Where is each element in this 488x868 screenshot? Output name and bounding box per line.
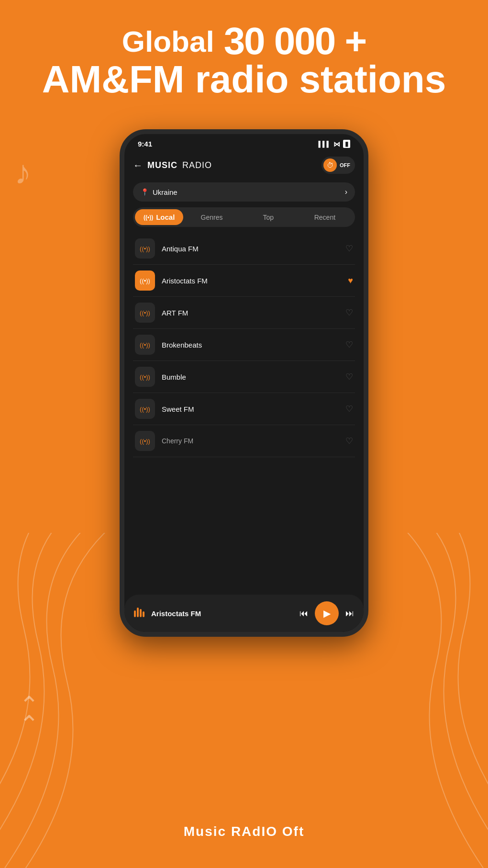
station-name: Bumble — [162, 373, 339, 381]
timer-off-label: OFF — [340, 162, 350, 168]
station-icon-active: ((•)) — [135, 271, 155, 291]
play-button[interactable]: ▶ — [315, 601, 339, 625]
app-header-left: ← MUSIC RADIO — [133, 160, 212, 171]
station-item[interactable]: ((•)) Sweet FM ♡ — [133, 393, 355, 425]
app-content: ← MUSIC RADIO ⏱ OFF 📍 Ukraine › — [124, 148, 364, 457]
station-icon: ((•)) — [135, 238, 155, 259]
equalizer-icon — [134, 607, 145, 620]
timer-toggle[interactable]: ⏱ OFF — [322, 157, 355, 174]
header-global: Global — [122, 24, 214, 58]
favorite-icon[interactable]: ♡ — [345, 404, 353, 414]
country-selector[interactable]: 📍 Ukraine › — [133, 182, 355, 202]
station-item[interactable]: ((•)) Antiqua FM ♡ — [133, 233, 355, 265]
station-item[interactable]: ((•)) Aristoctats FM ♥ — [133, 265, 355, 297]
promo-label: Music RAdIO Oft — [184, 824, 304, 839]
station-name: Cherry FM — [162, 437, 339, 445]
signal-icon: ▌▌▌ — [318, 141, 331, 147]
status-icons: ▌▌▌ ⋈ ▮ — [318, 140, 350, 148]
country-arrow: › — [345, 188, 347, 196]
header-section: Global 30 000 + AM&FM radio stations — [0, 19, 488, 101]
favorite-icon[interactable]: ♡ — [345, 243, 353, 254]
svg-rect-3 — [143, 611, 144, 617]
app-title-radio: RADIO — [182, 160, 212, 170]
station-name: Sweet FM — [162, 405, 339, 413]
station-icon: ((•)) — [135, 303, 155, 323]
station-icon: ((•)) — [135, 367, 155, 387]
station-item[interactable]: ((•)) Bumble ♡ — [133, 361, 355, 393]
favorite-icon[interactable]: ♡ — [345, 436, 353, 446]
app-title-music: MUSIC — [147, 160, 177, 170]
app-header: ← MUSIC RADIO ⏱ OFF — [133, 152, 355, 179]
prev-button[interactable]: ⏮ — [299, 609, 308, 619]
tab-local[interactable]: ((•)) Local — [135, 209, 183, 225]
header-count: 30 000 + — [224, 19, 366, 63]
back-button[interactable]: ← — [133, 160, 143, 171]
station-icon: ((•)) — [135, 431, 155, 451]
tab-local-label: Local — [156, 213, 175, 221]
phone-screen: 9:41 ▌▌▌ ⋈ ▮ ← MUSIC RADIO ⏱ OFF — [120, 129, 368, 637]
now-playing-bar: Aristoctats FM ⏮ ▶ ⏭ — [124, 595, 364, 632]
station-item[interactable]: ((•)) Brokenbeats ♡ — [133, 329, 355, 361]
tab-top[interactable]: Top — [240, 210, 297, 225]
phone-mockup: 9:41 ▌▌▌ ⋈ ▮ ← MUSIC RADIO ⏱ OFF — [120, 129, 368, 637]
music-note-decoration: ♪ — [14, 153, 31, 192]
header-tagline: AM&FM radio stations — [19, 58, 469, 101]
station-name: Brokenbeats — [162, 341, 339, 349]
station-list: ((•)) Antiqua FM ♡ ((•)) Aristoctats FM … — [133, 233, 355, 457]
svg-rect-0 — [134, 610, 136, 617]
now-playing-name: Aristoctats FM — [151, 609, 294, 618]
timer-icon: ⏱ — [323, 158, 337, 172]
player-controls: ⏮ ▶ ⏭ — [299, 601, 354, 625]
station-icon: ((•)) — [135, 399, 155, 419]
country-name: Ukraine — [153, 188, 177, 196]
promo-text-bottom: Music RAdIO Oft — [0, 824, 488, 839]
favorite-icon[interactable]: ♡ — [345, 307, 353, 318]
country-left: 📍 Ukraine — [141, 188, 177, 196]
status-time: 9:41 — [138, 140, 152, 148]
location-icon: 📍 — [141, 188, 149, 196]
svg-rect-2 — [140, 609, 142, 617]
station-name: Antiqua FM — [162, 245, 339, 253]
favorite-icon-liked[interactable]: ♥ — [348, 276, 353, 286]
up-arrows-decoration: ⌃⌃ — [19, 696, 39, 734]
category-tabs: ((•)) Local Genres Top Recent — [133, 207, 355, 227]
wifi-icon: ⋈ — [333, 140, 340, 148]
station-item[interactable]: ((•)) ART FM ♡ — [133, 297, 355, 329]
station-item[interactable]: ((•)) Cherry FM ♡ — [133, 425, 355, 457]
station-name: ART FM — [162, 309, 339, 317]
favorite-icon[interactable]: ♡ — [345, 339, 353, 350]
favorite-icon[interactable]: ♡ — [345, 372, 353, 382]
phone-notch — [237, 134, 251, 140]
station-icon: ((•)) — [135, 335, 155, 355]
svg-rect-1 — [137, 608, 139, 617]
next-button[interactable]: ⏭ — [345, 609, 354, 619]
battery-icon: ▮ — [343, 140, 350, 148]
station-name: Aristoctats FM — [162, 277, 341, 285]
radio-wave-icon: ((•)) — [144, 214, 153, 221]
tab-genres[interactable]: Genres — [183, 210, 240, 225]
tab-recent[interactable]: Recent — [297, 210, 353, 225]
